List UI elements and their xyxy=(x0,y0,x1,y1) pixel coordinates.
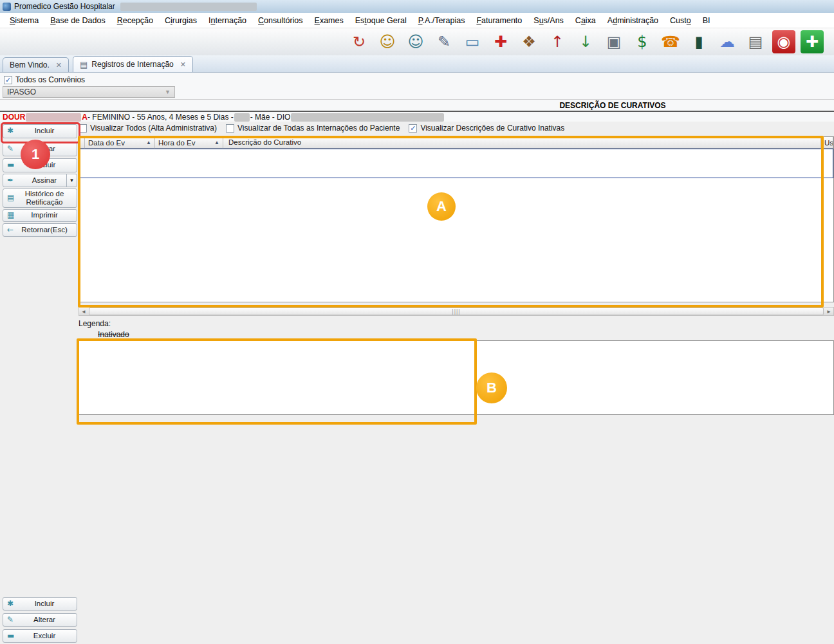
pencil-icon: ✎ xyxy=(7,145,14,154)
menu-sistema[interactable]: Sistema xyxy=(4,14,44,27)
safe-icon-glyph: ▣ xyxy=(607,34,622,50)
patient-info-line: DOURA - FEMININO - 55 Anos, 4 Meses e 5 … xyxy=(3,113,445,122)
phone-book-icon[interactable]: ☎ xyxy=(659,30,682,53)
tab-registros-de-internacao[interactable]: ▤Registros de Internação✕ xyxy=(73,56,193,72)
app-icon xyxy=(3,3,11,11)
incluir-button[interactable]: ✱Incluir xyxy=(3,124,77,138)
window-title: Promedico Gestão Hospitalar xyxy=(14,2,115,11)
separator xyxy=(0,99,834,100)
close-icon[interactable]: ✕ xyxy=(180,60,186,69)
column-label: Hora do Ev xyxy=(158,139,196,147)
patient-text: DOUR xyxy=(3,113,25,122)
menu-faturamento[interactable]: Faturamento xyxy=(470,14,528,27)
menu-base-de-dados[interactable]: Base de Dados xyxy=(44,14,111,27)
expense-down-icon[interactable]: ↓ xyxy=(574,30,597,53)
excluir-button[interactable]: ▬Excluir xyxy=(3,629,77,643)
excluir-button[interactable]: ▬Excluir xyxy=(3,158,77,172)
view-option-label: Visualizar de Todas as Internações do Pa… xyxy=(237,124,400,133)
checkbox-icon xyxy=(79,124,87,133)
scroll-left-icon[interactable]: ◄ xyxy=(79,308,88,315)
assinar-button[interactable]: ✒Assinar▼ xyxy=(3,174,77,187)
all-convenios-checkbox[interactable]: ✓ Todos os Convênios xyxy=(4,75,85,84)
section-title: DESCRIÇÃO DE CURATIVOS xyxy=(391,101,834,110)
scrollbar-thumb[interactable]: |||| xyxy=(89,308,824,315)
view-option-visualizar-descricoes-de-curativo-inativas[interactable]: ✓Visualizar Descrições de Curativo Inati… xyxy=(409,124,564,133)
scrollbar-grip-icon: |||| xyxy=(452,308,460,315)
close-icon[interactable]: ✕ xyxy=(56,61,62,69)
phone-book-icon-glyph: ☎ xyxy=(661,34,680,50)
button-label: Excluir xyxy=(22,632,59,640)
menu-caixa[interactable]: Caixa xyxy=(570,14,602,27)
column-header-hora-do-ev[interactable]: Hora do Ev▲ xyxy=(155,137,223,149)
sort-asc-icon: ▲ xyxy=(146,140,151,145)
safe-icon[interactable]: ▣ xyxy=(602,30,626,53)
view-option-visualizar-de-todas-as-internacoes-do-paciente[interactable]: Visualizar de Todas as Internações do Pa… xyxy=(226,124,400,133)
invoice-icon[interactable]: ▤ xyxy=(744,30,767,53)
menu-p-a-terapias[interactable]: P.A./Terapias xyxy=(412,14,471,27)
menu-custo[interactable]: Custo xyxy=(664,14,697,27)
alterar-button[interactable]: ✎Alterar xyxy=(3,142,77,156)
incluir-button[interactable]: ✱Incluir xyxy=(3,597,77,611)
reception-folder-icon-glyph: ☺ xyxy=(379,34,395,50)
doctor-icon[interactable]: ☺ xyxy=(404,30,427,53)
add-icon: ✱ xyxy=(7,600,14,609)
view-options: Visualizar Todos (Alta Administrativa)Vi… xyxy=(79,124,564,133)
health-monitor-icon[interactable]: ✚ xyxy=(801,30,824,53)
finance-calculator-icon[interactable]: $ xyxy=(631,30,654,53)
historico-de-retificacao-button[interactable]: ▤Histórico de Retificação xyxy=(3,189,77,208)
tab-bem-vindo[interactable]: Bem Vindo.✕ xyxy=(3,57,69,72)
menu-cirurgias[interactable]: Cirurgias xyxy=(159,14,203,27)
column-label: Data do Ev xyxy=(88,139,125,147)
patient-sync-icon[interactable]: ↻ xyxy=(348,30,371,53)
power-icon-glyph: ◉ xyxy=(777,34,791,50)
convenio-select[interactable]: IPASGO ▼ xyxy=(3,86,175,98)
legend-item-inativado: Inativado xyxy=(98,330,129,339)
column-header-data-do-ev[interactable]: Data do Ev▲ xyxy=(85,137,155,149)
menu-administracao[interactable]: Administração xyxy=(602,14,664,27)
back-arrow-icon: ← xyxy=(7,226,14,235)
button-label: Incluir xyxy=(23,127,57,135)
printer-icon: ▤ xyxy=(80,60,88,69)
column-header-descricao-do-curativo[interactable]: Descrição do Curativo xyxy=(223,137,821,149)
minus-icon: ▬ xyxy=(7,161,14,170)
alterar-button[interactable]: ✎Alterar xyxy=(3,613,77,627)
menu-sus-ans[interactable]: Sus/Ans xyxy=(528,14,570,27)
revenue-up-icon[interactable]: ↑ xyxy=(546,30,569,53)
doctor-icon-glyph: ☺ xyxy=(407,34,423,50)
menu-internacao[interactable]: Internação xyxy=(203,14,252,27)
column-label: Descrição do Curativo xyxy=(228,138,301,148)
expense-down-icon-glyph: ↓ xyxy=(579,34,592,50)
menu-bi[interactable]: BI xyxy=(697,14,716,27)
horizontal-scrollbar[interactable]: ◄ |||| ► xyxy=(79,307,834,316)
retornar-esc-button[interactable]: ←Retornar(Esc) xyxy=(3,223,77,237)
power-icon[interactable]: ◉ xyxy=(772,30,795,53)
reception-folder-icon[interactable]: ☺ xyxy=(376,30,399,53)
toolbar: ↻☺☺✎▭✚❖↑↓▣$☎▮☁▤◉✚ xyxy=(0,28,834,56)
menu-consultorios[interactable]: Consultórios xyxy=(252,14,308,27)
menu-estoque-geral[interactable]: Estoque Geral xyxy=(349,14,412,27)
chevron-down-icon[interactable]: ▼ xyxy=(66,174,77,187)
patient-text: A xyxy=(82,113,88,122)
curativo-row[interactable] xyxy=(79,149,833,178)
menu-exames[interactable]: Exames xyxy=(309,14,349,27)
view-option-visualizar-todos-alta-administrativa[interactable]: Visualizar Todos (Alta Administrativa) xyxy=(79,124,217,133)
button-label: Alterar xyxy=(22,145,58,153)
ambulance-icon[interactable]: ✚ xyxy=(489,30,512,53)
tab-label: Registros de Internação xyxy=(91,60,173,69)
redacted-text xyxy=(26,113,81,122)
menu-bar: SistemaBase de DadosRecepçãoCirurgiasInt… xyxy=(0,13,834,28)
history-doc-icon: ▤ xyxy=(7,194,14,203)
scroll-right-icon[interactable]: ► xyxy=(824,308,833,315)
column-label: Usuário xyxy=(824,139,833,147)
stock-boxes-icon[interactable]: ❖ xyxy=(517,30,541,53)
column-header-usuario[interactable]: Usuário xyxy=(821,137,833,149)
ledger-book-icon[interactable]: ▮ xyxy=(687,30,710,53)
chat-bubble-icon[interactable]: ☁ xyxy=(716,30,739,53)
sort-asc-icon: ▲ xyxy=(214,140,219,145)
prescription-clipboard-icon[interactable]: ✎ xyxy=(432,30,456,53)
menu-recepcao[interactable]: Recepção xyxy=(111,14,159,27)
imprimir-button[interactable]: ▦Imprimir xyxy=(3,209,77,222)
chat-bubble-icon-glyph: ☁ xyxy=(719,34,735,50)
hospital-bed-icon[interactable]: ▭ xyxy=(461,30,484,53)
title-bar: Promedico Gestão Hospitalar xyxy=(0,0,834,13)
